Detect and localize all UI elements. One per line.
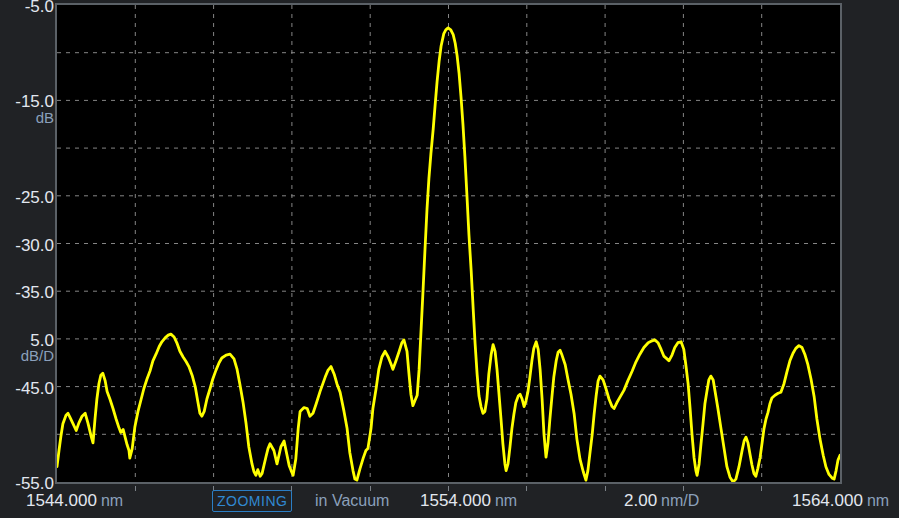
y-tick-label: -45.0	[0, 379, 54, 399]
status-bar: 1544.000nm ZOOMING in Vacuum 1554.000nm …	[0, 488, 899, 514]
x-scale-unit: nm/D	[661, 492, 699, 509]
zooming-badge[interactable]: ZOOMING	[212, 490, 292, 512]
y-tick-label: -5.0	[0, 0, 54, 17]
plot-area[interactable]	[55, 3, 842, 484]
grid-lines	[57, 5, 840, 482]
x-stop-label: 1564.000nm	[792, 488, 889, 514]
plot-svg	[57, 5, 840, 482]
y-scale-unit: dB/D	[0, 346, 54, 366]
y-tick-label: -25.0	[0, 188, 54, 208]
osa-screen: -5.0-15.0-25.0-30.0-35.0-45.0-55.0dB5.0d…	[0, 0, 899, 518]
x-center-value: 1554.000	[420, 491, 491, 510]
x-start-label: 1544.000nm	[26, 488, 123, 514]
x-scale-label: 2.00nm/D	[624, 488, 699, 514]
x-stop-value: 1564.000	[792, 491, 863, 510]
x-center-label: 1554.000nm	[420, 488, 517, 514]
x-scale-value: 2.00	[624, 491, 657, 510]
y-axis-unit-label: dB	[0, 108, 54, 128]
y-tick-label: -35.0	[0, 283, 54, 303]
vacuum-mode-label: in Vacuum	[315, 488, 389, 514]
x-center-unit: nm	[495, 492, 517, 509]
x-start-unit: nm	[101, 492, 123, 509]
x-start-value: 1544.000	[26, 491, 97, 510]
y-tick-label: -30.0	[0, 236, 54, 256]
x-stop-unit: nm	[867, 492, 889, 509]
